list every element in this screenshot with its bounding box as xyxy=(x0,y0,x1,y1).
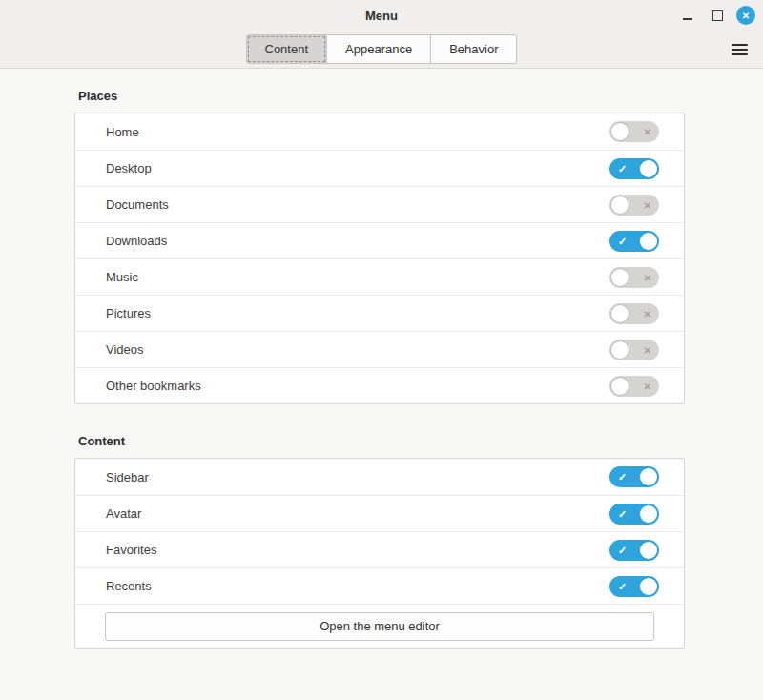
toggle-switch-videos[interactable]: ✓ ✕ xyxy=(609,340,659,360)
minimize-button[interactable] xyxy=(677,5,698,26)
setting-row-pictures: Pictures ✓ ✕ xyxy=(75,295,684,331)
tab-content[interactable]: Content xyxy=(246,34,328,64)
tab-group: Content Appearance Behavior xyxy=(246,34,518,64)
toggle-knob xyxy=(611,269,629,286)
setting-row-downloads: Downloads ✓ ✕ xyxy=(75,222,684,258)
toggle-switch-recents[interactable]: ✓ ✕ xyxy=(609,576,659,597)
content-card: Sidebar ✓ ✕ Avatar ✓ ✕ Favorites ✓ xyxy=(74,458,685,649)
menu-editor-row: Open the menu editor xyxy=(75,604,684,648)
section-title: Places xyxy=(78,89,685,103)
setting-row-avatar: Avatar ✓ ✕ xyxy=(75,495,684,531)
setting-row-documents: Documents ✓ ✕ xyxy=(75,186,684,222)
window-header: Menu ✕ Content Appearance Behavior xyxy=(0,0,763,69)
section-content: Content Sidebar ✓ ✕ Avatar ✓ ✕ Favo xyxy=(74,434,685,649)
setting-row-music: Music ✓ ✕ xyxy=(75,258,684,295)
row-label: Sidebar xyxy=(106,470,609,484)
toggle-knob xyxy=(640,160,657,177)
maximize-button[interactable] xyxy=(707,5,728,26)
toggle-switch-desktop[interactable]: ✓ ✕ xyxy=(609,158,659,179)
hamburger-menu-icon[interactable] xyxy=(732,44,748,55)
toolbar: Content Appearance Behavior xyxy=(0,31,763,69)
open-menu-editor-button[interactable]: Open the menu editor xyxy=(105,612,654,641)
cross-icon: ✕ xyxy=(644,272,651,282)
cross-icon: ✕ xyxy=(644,381,651,391)
toggle-knob xyxy=(640,233,657,250)
cross-icon: ✕ xyxy=(644,308,651,319)
toggle-switch-downloads[interactable]: ✓ ✕ xyxy=(609,231,659,252)
setting-row-favorites: Favorites ✓ ✕ xyxy=(75,531,684,567)
toggle-switch-documents[interactable]: ✓ ✕ xyxy=(609,195,659,216)
check-icon: ✓ xyxy=(618,580,627,592)
settings-page: Places Home ✓ ✕ Desktop ✓ ✕ Documen xyxy=(0,69,763,649)
toggle-knob xyxy=(611,196,629,214)
check-icon: ✓ xyxy=(618,162,627,175)
toggle-knob xyxy=(611,378,629,395)
toggle-knob xyxy=(611,305,629,322)
tab-appearance[interactable]: Appearance xyxy=(326,34,431,64)
cross-icon: ✕ xyxy=(644,127,651,137)
check-icon: ✓ xyxy=(618,507,627,520)
tab-behavior[interactable]: Behavior xyxy=(430,34,517,64)
check-icon: ✓ xyxy=(618,235,627,247)
toggle-switch-music[interactable]: ✓ ✕ xyxy=(609,267,659,288)
setting-row-videos: Videos ✓ ✕ xyxy=(75,331,684,367)
window-controls: ✕ xyxy=(677,0,755,31)
toggle-knob xyxy=(611,123,629,140)
cross-icon: ✕ xyxy=(644,344,651,355)
row-label: Avatar xyxy=(106,506,609,521)
places-card: Home ✓ ✕ Desktop ✓ ✕ Documents ✓ xyxy=(74,113,685,404)
row-label: Videos xyxy=(106,342,609,357)
setting-row-sidebar: Sidebar ✓ ✕ xyxy=(75,459,684,495)
row-label: Documents xyxy=(106,197,609,212)
window-title: Menu xyxy=(365,9,398,23)
row-label: Other bookmarks xyxy=(106,379,609,393)
row-label: Recents xyxy=(106,579,609,593)
setting-row-other-bookmarks: Other bookmarks ✓ ✕ xyxy=(75,367,684,403)
section-title: Content xyxy=(78,434,685,448)
toggle-knob xyxy=(640,578,657,595)
row-label: Pictures xyxy=(106,306,609,320)
toggle-knob xyxy=(640,542,657,559)
close-button[interactable]: ✕ xyxy=(736,6,755,25)
titlebar: Menu ✕ xyxy=(0,0,763,31)
minimize-icon xyxy=(683,18,692,20)
setting-row-recents: Recents ✓ ✕ xyxy=(75,567,684,604)
toggle-switch-pictures[interactable]: ✓ ✕ xyxy=(609,303,659,324)
row-label: Favorites xyxy=(106,543,609,557)
toggle-knob xyxy=(640,468,657,485)
cross-icon: ✕ xyxy=(644,199,651,210)
toggle-switch-other-bookmarks[interactable]: ✓ ✕ xyxy=(609,376,659,397)
row-label: Music xyxy=(106,270,609,284)
check-icon: ✓ xyxy=(618,471,627,484)
setting-row-home: Home ✓ ✕ xyxy=(75,113,684,150)
toggle-knob xyxy=(640,505,657,523)
close-icon: ✕ xyxy=(742,10,750,21)
check-icon: ✓ xyxy=(618,544,627,556)
row-label: Desktop xyxy=(106,161,609,175)
row-label: Downloads xyxy=(106,234,609,248)
toggle-switch-favorites[interactable]: ✓ ✕ xyxy=(609,540,659,561)
toggle-switch-sidebar[interactable]: ✓ ✕ xyxy=(609,466,659,487)
toggle-knob xyxy=(611,341,629,359)
toggle-switch-avatar[interactable]: ✓ ✕ xyxy=(609,504,659,525)
section-places: Places Home ✓ ✕ Desktop ✓ ✕ Documen xyxy=(74,89,685,404)
maximize-icon xyxy=(712,10,723,21)
setting-row-desktop: Desktop ✓ ✕ xyxy=(75,150,684,186)
toggle-switch-home[interactable]: ✓ ✕ xyxy=(609,121,659,142)
row-label: Home xyxy=(106,125,609,139)
